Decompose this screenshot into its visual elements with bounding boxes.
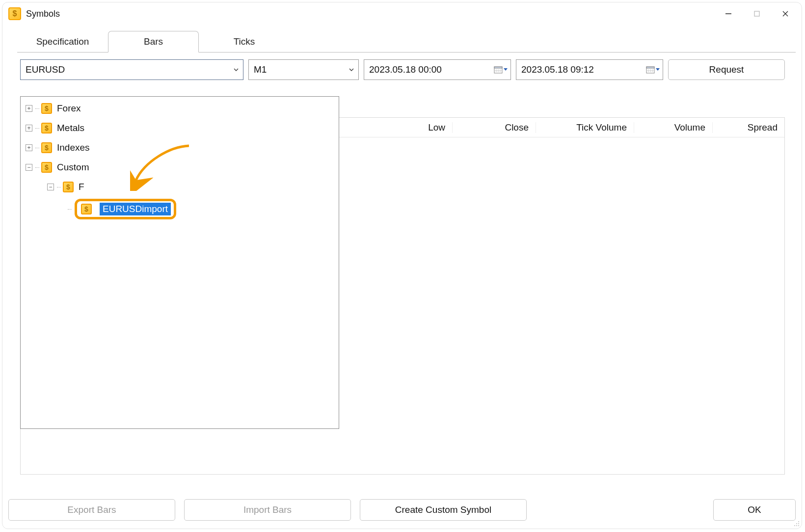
symbols-window: $ Symbols Specification Bars Ticks EURUS… <box>2 2 802 529</box>
column-header-tick-volume[interactable]: Tick Volume <box>536 122 634 133</box>
tree-item-forex[interactable]: + $ Forex <box>26 99 336 118</box>
svg-point-16 <box>798 521 799 522</box>
expand-toggle[interactable]: + <box>26 144 32 151</box>
calendar-dropdown-icon <box>491 65 510 74</box>
tree-item-metals[interactable]: + $ Metals <box>26 118 336 138</box>
tab-label: Bars <box>144 36 163 47</box>
tree-item-indexes[interactable]: + $ Indexes <box>26 138 336 158</box>
chevron-down-icon <box>345 67 358 73</box>
tree-item-custom[interactable]: − $ Custom <box>26 158 336 177</box>
column-header-volume[interactable]: Volume <box>634 122 713 133</box>
tab-bars[interactable]: Bars <box>108 31 199 53</box>
resize-grip-icon[interactable] <box>793 520 800 527</box>
column-header-low[interactable]: Low <box>354 122 453 133</box>
symbol-dropdown-panel: + $ Forex + $ Metals + $ Indexes − $ <box>20 96 339 429</box>
selected-symbol-highlight: $ EURUSDimport <box>75 199 176 219</box>
column-header-spread[interactable]: Spread <box>713 122 784 133</box>
timeframe-combobox[interactable]: M1 <box>248 59 359 80</box>
ok-button[interactable]: OK <box>713 499 796 521</box>
tab-ticks[interactable]: Ticks <box>199 31 290 53</box>
chevron-down-icon <box>229 67 243 73</box>
selected-symbol-label: EURUSDimport <box>100 203 171 215</box>
import-bars-button[interactable]: Import Bars <box>184 499 351 521</box>
dollar-icon: $ <box>41 162 52 173</box>
calendar-dropdown-icon <box>643 65 663 74</box>
tab-label: Ticks <box>234 36 255 47</box>
close-button[interactable] <box>771 3 800 25</box>
tabs-row: Specification Bars Ticks <box>2 25 802 53</box>
tree-label: Custom <box>57 162 89 173</box>
create-custom-symbol-button[interactable]: Create Custom Symbol <box>360 499 527 521</box>
datetime-to-value: 2023.05.18 09:12 <box>516 64 643 75</box>
app-dollar-icon: $ <box>8 7 21 20</box>
symbol-value: EURUSD <box>21 64 229 75</box>
timeframe-value: M1 <box>249 64 345 75</box>
dollar-icon: $ <box>41 142 52 153</box>
tab-label: Specification <box>36 36 89 47</box>
tree-label: Metals <box>57 123 84 133</box>
button-label: Export Bars <box>67 505 116 515</box>
tree-label: F <box>79 182 84 192</box>
collapse-toggle[interactable]: − <box>26 164 32 171</box>
svg-rect-11 <box>646 67 654 68</box>
maximize-button[interactable] <box>743 3 771 25</box>
column-header-close[interactable]: Close <box>453 122 536 133</box>
button-label: OK <box>748 505 761 515</box>
svg-point-18 <box>798 523 799 524</box>
dollar-icon: $ <box>41 103 52 114</box>
window-controls <box>714 3 800 25</box>
tree-label: Forex <box>57 103 81 114</box>
svg-rect-5 <box>494 67 502 68</box>
request-label: Request <box>709 64 744 75</box>
symbol-tree: + $ Forex + $ Metals + $ Indexes − $ <box>21 97 339 223</box>
bottom-button-bar: Export Bars Import Bars Create Custom Sy… <box>8 499 796 521</box>
minimize-button[interactable] <box>714 3 743 25</box>
titlebar: $ Symbols <box>2 2 802 25</box>
tree-item-custom-folder[interactable]: − $ F <box>47 177 336 197</box>
export-bars-button[interactable]: Export Bars <box>8 499 175 521</box>
datetime-from-input[interactable]: 2023.05.18 00:00 <box>364 59 511 80</box>
svg-point-19 <box>794 525 795 526</box>
dollar-icon: $ <box>63 182 74 192</box>
expand-toggle[interactable]: + <box>26 105 32 112</box>
tab-specification[interactable]: Specification <box>17 31 108 53</box>
svg-point-17 <box>796 523 797 524</box>
button-label: Import Bars <box>243 505 292 515</box>
datetime-from-value: 2023.05.18 00:00 <box>364 64 491 75</box>
dollar-icon: $ <box>81 204 92 214</box>
tree-item-eurusdimport[interactable]: $ EURUSDimport <box>68 197 336 221</box>
svg-point-21 <box>798 525 799 526</box>
collapse-toggle[interactable]: − <box>47 184 54 190</box>
svg-rect-1 <box>754 11 759 16</box>
request-button[interactable]: Request <box>668 59 785 80</box>
svg-point-20 <box>796 525 797 526</box>
button-label: Create Custom Symbol <box>395 505 491 515</box>
controls-row: EURUSD M1 2023.05.18 00:00 2023.05.18 09… <box>2 53 802 80</box>
symbol-combobox[interactable]: EURUSD <box>20 59 243 80</box>
expand-toggle[interactable]: + <box>26 125 32 132</box>
tree-label: Indexes <box>57 142 90 153</box>
dollar-icon: $ <box>41 123 52 133</box>
datetime-to-input[interactable]: 2023.05.18 09:12 <box>516 59 663 80</box>
window-title: Symbols <box>26 9 60 19</box>
